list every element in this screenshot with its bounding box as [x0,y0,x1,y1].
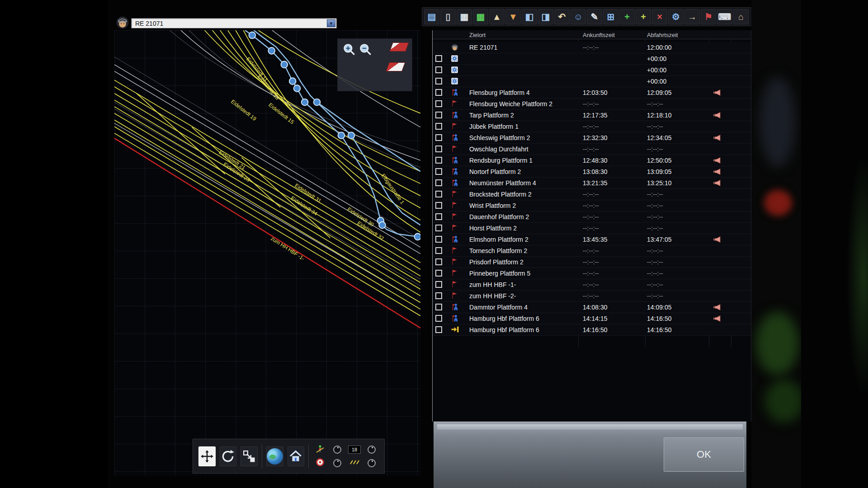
dial-knob[interactable] [368,446,376,454]
marker-counter[interactable]: 18 [348,446,361,454]
junction-icon[interactable]: ⊞ [603,9,618,24]
timetable-row[interactable]: +00:00 [433,76,751,87]
waypoint-dot[interactable] [348,132,355,139]
zoom-out-button[interactable] [359,42,372,56]
zoom-in-button[interactable] [342,42,356,56]
timetable-row[interactable]: Rendsburg Plattform 112:48:3012:50:05 [433,155,751,166]
timetable-row[interactable]: +00:00 [433,65,751,76]
shift-right-icon[interactable]: ◨ [538,9,553,24]
delete-icon[interactable]: ▯ [440,9,456,24]
timetable-row[interactable]: Owschlag Durchfahrt--:--:----:--:-- [433,144,751,155]
timetable-row[interactable]: zum HH HBF -2---:--:----:--:-- [433,291,751,302]
row-checkbox[interactable] [435,100,442,107]
row-checkbox[interactable] [435,270,442,277]
remove-waypoint-icon[interactable]: × [652,9,667,24]
dial-knob[interactable] [333,446,341,454]
undo-icon[interactable]: ↶ [554,9,570,24]
portal-icon[interactable]: → [684,9,700,24]
row-checkbox[interactable] [435,66,442,73]
row-checkbox[interactable] [435,236,442,243]
row-checkbox[interactable] [435,168,442,175]
waypoint-dot[interactable] [294,85,301,92]
timetable-row[interactable]: Horst Plattform 2--:--:----:--:-- [433,223,751,234]
row-checkbox[interactable] [435,78,442,84]
keyboard-icon[interactable]: ⌨ [717,9,732,24]
timetable-row[interactable]: Dammtor Plattform 414:08:3014:09:05 [433,302,751,313]
row-checkbox[interactable] [435,202,442,209]
jump-to-tool-button[interactable] [241,446,258,466]
service-settings-icon[interactable]: ⚙ [668,9,684,24]
grid-icon[interactable]: ▦ [457,9,472,24]
timetable-row[interactable]: Dauenhof Plattform 2--:--:----:--:-- [433,211,751,223]
timetable-row[interactable]: Pinneberg Plattform 5--:--:----:--:-- [433,268,751,279]
timetable-row[interactable]: Hamburg Hbf Plattform 614:16:5014:16:50 [433,324,751,336]
row-checkbox[interactable] [435,213,442,220]
row-checkbox[interactable] [435,89,442,96]
raise-terrain-icon[interactable]: ▲ [489,9,505,24]
insert-waypoint-icon[interactable]: + [636,9,651,24]
train-select-dropdown[interactable]: RE 21071 ▼ [131,18,337,28]
row-checkbox[interactable] [435,55,442,62]
row-checkbox[interactable] [435,315,442,322]
timetable-row[interactable]: RE 21071--:--:--12:00:00 [433,42,751,53]
flag-icon[interactable]: ⚑ [701,9,716,24]
world-map-button[interactable] [266,446,283,466]
track-map[interactable]: Eidelstedt 11Eidelstedt 13Eidelstedt 19E… [114,30,420,476]
waypoint-dot[interactable] [415,234,420,240]
timetable-row[interactable]: Hamburg Hbf Plattform 614:14:1514:16:50 [433,313,751,324]
timetable-row[interactable]: +00:00 [433,53,751,65]
timetable-row[interactable]: Wrist Plattform 2--:--:----:--:-- [433,200,751,211]
row-checkbox[interactable] [435,179,442,186]
timetable-row[interactable]: Tornesch Plattform 2--:--:----:--:-- [433,245,751,257]
driver-tool-icon[interactable]: ☺ [571,9,586,24]
waypoint-dot[interactable] [314,99,321,106]
lower-terrain-icon[interactable]: ▼ [505,9,521,24]
waypoint-dot[interactable] [281,61,288,68]
add-waypoint-icon[interactable]: + [619,9,635,24]
signal-toggle-icon[interactable] [316,444,325,455]
timetable-row[interactable]: Prisdorf Plattform 2--:--:----:--:-- [433,257,751,268]
timetable-row[interactable]: Tarp Plattform 212:17:3512:18:10 [433,110,751,121]
waypoint-dot[interactable] [379,222,386,229]
row-checkbox[interactable] [435,123,442,130]
row-checkbox[interactable] [435,112,442,118]
row-checkbox[interactable] [435,134,442,141]
row-checkbox[interactable] [435,304,442,310]
timetable-row[interactable]: Jübek Plattform 1--:--:----:--:-- [433,121,751,132]
timetable-row[interactable]: Flensburg Plattform 412:03:5012:09:05 [433,87,751,99]
home-view-button[interactable] [288,446,305,466]
timetable-row[interactable]: zum HH HBF -1---:--:----:--:-- [433,279,751,291]
row-checkbox[interactable] [435,145,442,152]
timetable-row[interactable]: Neumünster Plattform 413:21:3513:25:10 [433,178,751,189]
timetable-row[interactable]: Schleswig Plattform 212:32:3012:34:05 [433,132,751,144]
row-checkbox[interactable] [435,225,442,231]
row-checkbox[interactable] [435,258,442,265]
waypoint-dot[interactable] [338,132,345,139]
row-checkbox[interactable] [435,292,442,299]
dropdown-arrow-icon[interactable]: ▼ [327,19,335,27]
rotate-tool-button[interactable] [220,446,237,466]
timetable-row[interactable]: Brockstedt Plattform 2--:--:----:--:-- [433,189,751,200]
timetable-row[interactable]: Nortorf Plattform 213:08:3013:09:05 [433,166,751,178]
pan-tool-button[interactable] [198,446,216,466]
waypoint-dot[interactable] [289,78,296,84]
row-checkbox[interactable] [435,157,442,164]
map-mode-2-icon[interactable] [386,62,405,71]
map-mode-icon[interactable] [389,42,409,52]
waypoint-dot[interactable] [249,32,255,39]
row-checkbox[interactable] [435,247,442,254]
ok-button[interactable]: OK [664,437,744,472]
shift-left-icon[interactable]: ◧ [522,9,537,24]
edit-timetable-icon[interactable]: ✎ [587,9,602,24]
row-checkbox[interactable] [435,191,442,197]
timetable-row[interactable]: Elmshorn Plattform 213:45:3513:47:05 [433,234,751,245]
waypoint-dot[interactable] [302,99,308,106]
dial-knob[interactable] [333,459,341,467]
waypoint-dot[interactable] [268,47,275,54]
gradient-marks-icon[interactable] [349,459,359,467]
dial-knob[interactable] [368,459,376,467]
timetable-row[interactable]: Flensburg Weiche Plattform 2--:--:----:-… [433,99,751,110]
row-checkbox[interactable] [435,326,442,333]
track-marker-icon[interactable] [316,458,324,468]
save-icon[interactable]: ▤ [424,9,439,24]
